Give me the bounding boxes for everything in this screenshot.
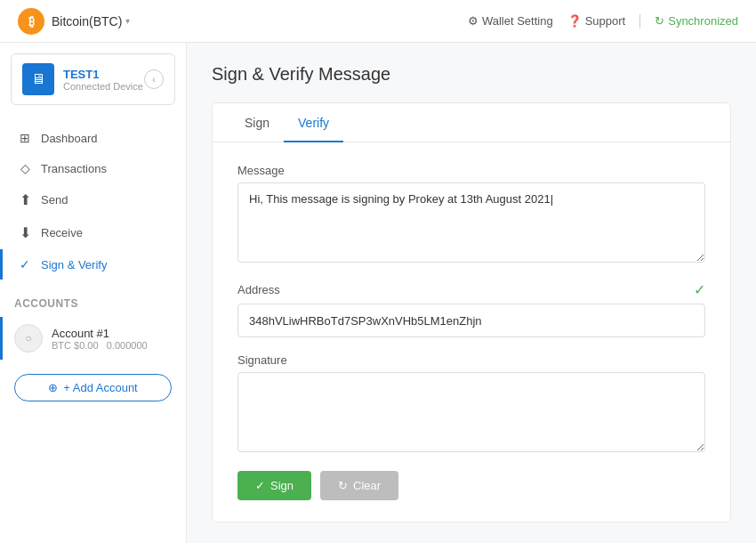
tab-verify[interactable]: Verify (284, 103, 343, 142)
nav-divider (639, 14, 640, 28)
sign-verify-card: Sign Verify Message Hi, This message is … (212, 102, 731, 523)
add-account-button[interactable]: ⊕ + Add Account (14, 374, 172, 401)
support-button[interactable]: ❓ Support (567, 14, 626, 28)
sidebar-item-sign-verify[interactable]: ✓ Sign & Verify (0, 249, 186, 280)
address-valid-icon: ✓ (694, 281, 705, 298)
sign-check-icon: ✓ (255, 479, 265, 492)
device-icon: 🖥 (22, 63, 54, 95)
button-row: ✓ Sign ↻ Clear (237, 471, 705, 500)
device-name: TEST1 (63, 68, 143, 81)
device-card-left: 🖥 TEST1 Connected Device (22, 63, 143, 95)
account-balance: BTC $0.00 0.000000 (52, 340, 148, 351)
dashboard-icon: ⊞ (18, 131, 32, 145)
address-group: Address ✓ (237, 281, 705, 337)
address-input[interactable] (237, 304, 705, 337)
sidebar-item-receive[interactable]: ⬇ Receive (0, 216, 186, 249)
sign-button[interactable]: ✓ Sign (237, 471, 311, 500)
wallet-setting-button[interactable]: ⚙ Wallet Setting (468, 14, 553, 28)
clear-button[interactable]: ↻ Clear (320, 471, 398, 500)
btc-logo-icon: ₿ (18, 8, 44, 35)
tab-sign[interactable]: Sign (230, 103, 284, 142)
nav-actions: ⚙ Wallet Setting ❓ Support ↻ Synchronize… (468, 14, 738, 28)
nav-brand-area: ₿ Bitcoin(BTC) ▾ (18, 8, 130, 35)
sync-icon: ↻ (655, 14, 664, 28)
add-icon: ⊕ (48, 381, 58, 394)
transactions-icon: ◇ (18, 161, 32, 175)
app-layout: 🖥 TEST1 Connected Device ‹ ⊞ Dashboard ◇… (0, 43, 756, 543)
top-navbar: ₿ Bitcoin(BTC) ▾ ⚙ Wallet Setting ❓ Supp… (0, 0, 756, 43)
device-collapse-button[interactable]: ‹ (144, 69, 164, 89)
account-name: Account #1 (52, 327, 148, 340)
signature-textarea[interactable] (237, 372, 705, 452)
refresh-icon: ↻ (338, 479, 348, 492)
form-area: Message Hi, This message is signing by P… (213, 142, 730, 522)
send-icon: ⬆ (18, 191, 32, 208)
signature-group: Signature (237, 353, 705, 455)
brand-name[interactable]: Bitcoin(BTC) ▾ (52, 14, 130, 28)
address-label-row: Address ✓ (237, 281, 705, 298)
receive-icon: ⬇ (18, 224, 32, 241)
device-subtitle: Connected Device (63, 81, 143, 92)
message-label: Message (237, 164, 705, 177)
gear-icon: ⚙ (468, 14, 479, 28)
account-item-1[interactable]: ○ Account #1 BTC $0.00 0.000000 (14, 317, 172, 360)
message-textarea[interactable]: Hi, This message is signing by Prokey at… (237, 182, 705, 263)
sidebar: 🖥 TEST1 Connected Device ‹ ⊞ Dashboard ◇… (0, 43, 187, 543)
sidebar-item-transactions[interactable]: ◇ Transactions (0, 153, 186, 183)
page-title: Sign & Verify Message (212, 64, 731, 85)
message-group: Message Hi, This message is signing by P… (237, 164, 705, 265)
accounts-section: Accounts ○ Account #1 BTC $0.00 0.000000 (0, 287, 186, 363)
question-icon: ❓ (567, 14, 582, 28)
signature-label: Signature (237, 353, 705, 367)
sidebar-item-dashboard[interactable]: ⊞ Dashboard (0, 123, 186, 153)
device-card: 🖥 TEST1 Connected Device ‹ (11, 53, 175, 105)
main-content: Sign & Verify Message Sign Verify Messag… (187, 43, 756, 543)
account-avatar: ○ (14, 324, 43, 353)
accounts-title: Accounts (14, 297, 172, 310)
synchronized-status: ↻ Synchronized (655, 14, 738, 28)
nav-menu: ⊞ Dashboard ◇ Transactions ⬆ Send ⬇ Rece… (0, 116, 186, 287)
tab-bar: Sign Verify (213, 103, 730, 142)
sign-verify-icon: ✓ (18, 257, 32, 272)
sidebar-item-send[interactable]: ⬆ Send (0, 183, 186, 216)
